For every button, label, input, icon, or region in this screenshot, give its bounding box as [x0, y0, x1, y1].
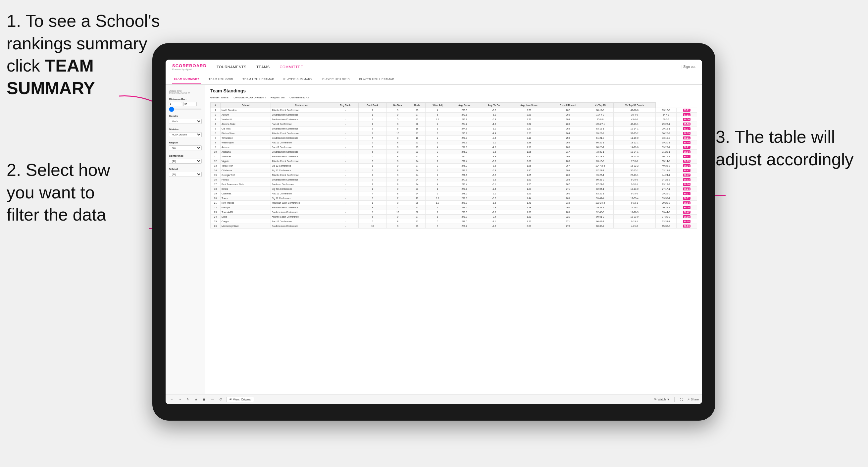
school-filter: School (All) [169, 167, 202, 177]
table-cell: 9-20-1 [613, 182, 655, 187]
tab-team-summary[interactable]: TEAM SUMMARY [172, 74, 201, 84]
share-btn[interactable]: ↗ Share [687, 398, 699, 401]
table-cell: Southeastern Conference [271, 117, 332, 122]
instruction-3-text: 3. The table will adjust accordingly [716, 127, 854, 169]
table-row: 11ArkansasSoutheastern Conference-682232… [211, 154, 697, 159]
table-cell: 3 [425, 150, 450, 154]
watch-btn[interactable]: 👁 Watch ▼ [654, 398, 670, 401]
table-cell: 4 [358, 173, 386, 178]
school-select[interactable]: (All) [169, 172, 202, 177]
nav-links: TOURNAMENTS TEAMS COMMITTEE [217, 65, 682, 69]
table-cell: -0.4 [479, 215, 509, 219]
table-cell: 9 [386, 108, 409, 113]
tab-team-h2h-grid[interactable]: TEAM H2H GRID [207, 74, 235, 84]
standings-table: # School Conference Reg Rank Conf Rank N… [210, 102, 697, 228]
reload-btn[interactable]: ↻ [185, 397, 191, 402]
table-row: 19CaliforniaPac-12 Conference-48242278.2… [211, 191, 697, 196]
table-row: 25OregonPac-12 Conference-58210279.5-3.1… [211, 219, 697, 224]
clock-btn[interactable]: ⏱ [218, 397, 223, 402]
col-conference: Conference [271, 103, 332, 108]
table-row: 26Mississippi StateSoutheastern Conferen… [211, 224, 697, 228]
table-cell: 86.56 [677, 117, 697, 122]
table-cell: Florida State [220, 131, 271, 136]
copy-btn[interactable]: ▣ [202, 397, 207, 402]
table-cell: Southeastern Conference [271, 113, 332, 117]
table-cell: Texas [220, 196, 271, 201]
tab-player-h2h-grid[interactable]: PLAYER H2H GRID [320, 74, 351, 84]
table-cell: Southeastern Conference [271, 136, 332, 141]
nav-link-teams[interactable]: TEAMS [256, 65, 270, 69]
table-cell: Big 12 Conference [271, 164, 332, 168]
table-cell: -2.9 [479, 178, 509, 182]
bookmark-btn[interactable]: ★ [193, 397, 199, 402]
view-original-btn[interactable]: 👁 View: Original [226, 397, 254, 402]
table-cell: 90-51-2 [587, 215, 613, 219]
table-cell: 80.39 [677, 131, 697, 136]
table-cell: New Mexico [220, 201, 271, 205]
table-cell: 11-19-0 [613, 136, 655, 141]
min-rounds-to-input[interactable] [183, 102, 197, 106]
table-cell: 22 [409, 154, 426, 159]
min-rounds-slider[interactable] [169, 108, 202, 110]
table-cell: 270 [549, 224, 587, 228]
table-cell: -5.1 [479, 191, 509, 196]
table-cell: 29-20-2 [656, 201, 677, 205]
tab-player-summary[interactable]: PLAYER SUMMARY [282, 74, 314, 84]
table-cell: 80.47 [677, 173, 697, 178]
table-cell: 2 [425, 210, 450, 215]
table-cell: 7 [358, 178, 386, 182]
table-cell: 8 [386, 182, 409, 187]
gender-select[interactable]: Men's Women's [169, 119, 202, 124]
more-btn[interactable]: ⋯ [210, 397, 215, 402]
nav-link-committee[interactable]: COMMITTEE [280, 65, 303, 69]
table-cell: 92-40-3 [587, 210, 613, 215]
tab-team-h2h-heatmap[interactable]: TEAM H2H HEATMAP [241, 74, 276, 84]
table-row: 7TennesseeSoutheastern Conference-481822… [211, 136, 697, 141]
table-cell: 1 [211, 108, 221, 113]
table-cell: 72-30-1 [587, 150, 613, 154]
table-cell: 82-05-1 [587, 187, 613, 191]
table-cell: 23 [409, 141, 426, 145]
tab-player-h2h-heatmap[interactable]: PLAYER H2H HEATMAP [358, 74, 396, 84]
table-cell: Southeastern Conference [271, 150, 332, 154]
table-cell: -1.4 [479, 187, 509, 191]
table-cell: 3 [358, 196, 386, 201]
table-cell: 2 [425, 122, 450, 126]
table-cell: 8 [386, 154, 409, 159]
division-select[interactable]: NCAA Division I NCAA Division II NCAA Di… [169, 132, 202, 137]
table-cell: Georgia [220, 205, 271, 210]
fullscreen-btn[interactable]: ⛶ [679, 397, 685, 402]
table-cell: -6.0 [479, 113, 509, 117]
sign-out-button[interactable]: | Sign out [682, 65, 695, 68]
table-cell: 1.85 [509, 168, 549, 173]
table-cell: 0 [425, 219, 450, 224]
table-cell: -2.0 [479, 210, 509, 215]
table-cell: 29-25-0 [656, 191, 677, 196]
table-cell: 8 [386, 141, 409, 145]
table-cell: 2 [358, 131, 386, 136]
table-cell: Mountain West Conference [271, 201, 332, 205]
table-cell: 23 [409, 108, 426, 113]
table-cell: 80.16 [677, 182, 697, 187]
table-cell: 34-25-2 [656, 178, 677, 182]
table-cell: 279.3 [450, 210, 479, 215]
back-btn[interactable]: ← [169, 397, 175, 402]
table-cell: 80.21 [677, 145, 697, 150]
nav-link-tournaments[interactable]: TOURNAMENTS [217, 65, 246, 69]
bottom-toolbar: ← → ↻ ★ ▣ ⋯ ⏱ 👁 View: Original 👁 Watch ▼… [165, 394, 702, 404]
min-rounds-from-input[interactable] [169, 102, 182, 106]
table-cell: Florida [220, 178, 271, 182]
table-row: 4Arizona StatePac-12 Conference-18262274… [211, 122, 697, 126]
table-cell: - [332, 210, 359, 215]
instruction-2-line1: 2. Select how [7, 160, 110, 180]
table-cell: 1.39 [509, 215, 549, 219]
conference-select[interactable]: (All) [169, 159, 202, 164]
forward-btn[interactable]: → [177, 397, 183, 402]
table-cell: 1 [358, 113, 386, 117]
table-cell: 262 [549, 108, 587, 113]
table-cell: 0.97 [509, 224, 549, 228]
table-cell: 2.77 [509, 117, 549, 122]
table-cell: 15 [211, 173, 221, 178]
region-select[interactable]: N/A East West Central South [169, 146, 202, 150]
instruction-1: 1. To see a School's rankings summary cl… [7, 10, 172, 99]
